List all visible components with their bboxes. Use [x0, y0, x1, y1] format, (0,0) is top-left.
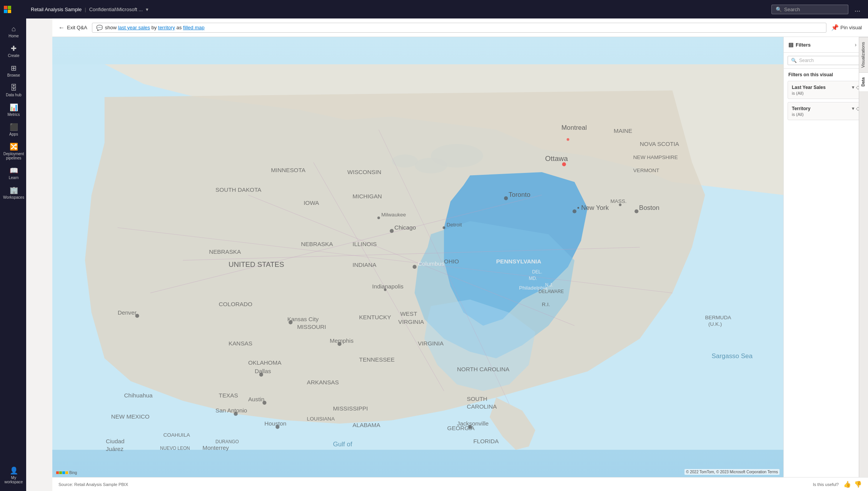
pin-visual-label: Pin visual	[840, 25, 862, 30]
svg-text:Jacksonville: Jacksonville	[457, 420, 489, 427]
main-content: ← Exit Q&A 💬 show last year sales by ter…	[52, 18, 868, 491]
global-search-input[interactable]	[784, 7, 844, 12]
filters-label: Filters	[796, 42, 811, 48]
tab-visualizations[interactable]: Visualizations	[859, 37, 868, 72]
svg-text:Dallas: Dallas	[255, 368, 271, 374]
filters-search-area: 🔍	[784, 53, 868, 69]
svg-point-39	[390, 229, 394, 233]
svg-text:CAROLINA: CAROLINA	[467, 403, 497, 410]
exit-qa-button[interactable]: ← Exit Q&A	[58, 24, 87, 31]
footer-source: Source: Retail Analysis Sample PBIX	[58, 482, 128, 487]
search-icon: 🔍	[776, 7, 782, 12]
dropdown-chevron-icon[interactable]: ▾	[146, 7, 149, 12]
filter-expand-2-button[interactable]: ▾	[852, 106, 855, 111]
svg-text:INDIANA: INDIANA	[352, 261, 377, 268]
filters-search-input[interactable]	[799, 58, 861, 63]
svg-text:MASS.: MASS.	[610, 198, 626, 204]
svg-text:MINNESOTA: MINNESOTA	[271, 167, 305, 173]
thumbs-up-button[interactable]: 👍	[843, 481, 851, 488]
topbar: Retail Analysis Sample | Confidential\Mi…	[26, 0, 868, 18]
sidebar-item-deployment[interactable]: 🔀 Deployment pipelines	[0, 139, 26, 163]
filter-name-2: Territory	[792, 106, 810, 111]
ms-logo-red	[4, 6, 7, 9]
svg-text:MISSOURI: MISSOURI	[297, 323, 326, 330]
filter-card-header-1: Last Year Sales ▾ ◇	[792, 84, 860, 90]
svg-text:BERMUDA: BERMUDA	[705, 315, 731, 320]
tab-data[interactable]: Data	[859, 72, 868, 91]
sidebar-nav: ⌂ Home ✚ Create ⊞ Browse 🗄 Data hub 📊 Me…	[0, 18, 26, 463]
sidebar-item-datahub[interactable]: 🗄 Data hub	[0, 80, 26, 100]
browse-icon: ⊞	[11, 65, 17, 72]
exit-qa-label: Exit Q&A	[67, 25, 87, 30]
filter-name-1: Last Year Sales	[792, 85, 826, 90]
svg-text:WEST: WEST	[400, 310, 417, 317]
svg-text:Columbus: Columbus	[418, 260, 444, 267]
svg-point-41	[377, 216, 380, 219]
filter-expand-1-button[interactable]: ▾	[852, 84, 855, 90]
svg-point-45	[442, 226, 445, 229]
sidebar-item-metrics[interactable]: 📊 Metrics	[0, 100, 26, 120]
filters-icon: ▤	[788, 42, 793, 48]
svg-text:TEXAS: TEXAS	[219, 392, 238, 399]
svg-text:Ciudad: Ciudad	[106, 438, 124, 444]
ms-logo-green	[8, 6, 11, 9]
report-subtitle: Confidential\Microsoft ...	[89, 7, 143, 12]
filter-card-territory: Territory ▾ ◇ is (All)	[788, 102, 864, 120]
sidebar-item-apps[interactable]: ⬛ Apps	[0, 120, 26, 139]
sidebar-item-workspaces[interactable]: 🏢 Workspaces	[0, 183, 26, 203]
svg-text:MISSISSIPPI: MISSISSIPPI	[333, 405, 368, 412]
qa-query-text: show last year sales by territory as fil…	[105, 25, 205, 30]
metrics-icon: 📊	[10, 104, 18, 111]
svg-text:Montreal: Montreal	[561, 124, 587, 131]
sidebar-item-learn[interactable]: 📖 Learn	[0, 163, 26, 183]
qa-input-area[interactable]: 💬 show last year sales by territory as f…	[92, 23, 827, 33]
svg-text:Toronto: Toronto	[509, 191, 531, 198]
svg-text:NORTH CAROLINA: NORTH CAROLINA	[457, 366, 510, 372]
more-options-button[interactable]: ...	[851, 4, 863, 15]
svg-text:N.J.: N.J.	[545, 282, 553, 288]
map-credit: © 2022 TomTom, © 2023 Microsoft Corporat…	[684, 469, 780, 475]
filters-title: ▤ Filters	[788, 42, 811, 48]
svg-text:San Antonio: San Antonio	[215, 407, 247, 414]
pin-icon: 📌	[831, 24, 839, 31]
filters-on-visual-label: Filters on this visual	[788, 72, 833, 77]
filters-expand-button[interactable]: ›	[854, 41, 858, 49]
svg-text:Boston: Boston	[639, 204, 659, 211]
svg-text:NEBRASKA: NEBRASKA	[209, 248, 241, 255]
svg-text:DEL.: DEL.	[532, 269, 542, 275]
sidebar-item-create[interactable]: ✚ Create	[0, 41, 26, 61]
svg-text:MICHIGAN: MICHIGAN	[352, 193, 382, 199]
svg-text:NOVA SCOTIA: NOVA SCOTIA	[640, 141, 679, 147]
workspaces-icon: 🏢	[10, 187, 18, 194]
svg-text:COAHUILA: COAHUILA	[163, 432, 190, 438]
map-logo: Bing	[56, 471, 77, 475]
myworkspace-icon: 👤	[10, 467, 18, 474]
sidebar-item-browse[interactable]: ⊞ Browse	[0, 61, 26, 80]
svg-text:COLORADO: COLORADO	[219, 301, 252, 307]
svg-text:Ottawa: Ottawa	[545, 154, 568, 163]
back-arrow-icon: ←	[58, 24, 65, 31]
thumbs-down-button[interactable]: 👎	[854, 481, 862, 488]
filter-value-2: is (All)	[792, 112, 860, 117]
svg-text:ALABAMA: ALABAMA	[352, 422, 381, 428]
deployment-icon: 🔀	[10, 143, 18, 150]
svg-text:Memphis: Memphis	[330, 337, 354, 344]
bing-label: Bing	[69, 471, 77, 475]
sidebar-item-home[interactable]: ⌂ Home	[0, 22, 26, 41]
svg-text:DURANGO: DURANGO	[215, 439, 239, 444]
microsoft-logo	[4, 6, 11, 13]
svg-point-49	[573, 209, 576, 213]
sidebar-item-myworkspace[interactable]: 👤 My workspace	[0, 463, 26, 487]
qa-middle: by	[150, 25, 158, 30]
svg-text:OKLAHOMA: OKLAHOMA	[248, 359, 282, 366]
filters-search-box[interactable]: 🔍	[788, 56, 864, 65]
global-search-box[interactable]: 🔍	[771, 5, 848, 14]
svg-text:FLORIDA: FLORIDA	[473, 438, 499, 444]
datahub-icon: 🗄	[10, 84, 17, 91]
svg-text:OHIO: OHIO	[444, 258, 459, 265]
svg-text:Gulf of: Gulf of	[333, 441, 352, 448]
svg-point-43	[412, 265, 416, 269]
footer-right: Is this useful? 👍 👎	[813, 481, 862, 488]
pin-visual-button[interactable]: 📌 Pin visual	[831, 24, 862, 31]
svg-text:VIRGINIA: VIRGINIA	[398, 318, 424, 325]
